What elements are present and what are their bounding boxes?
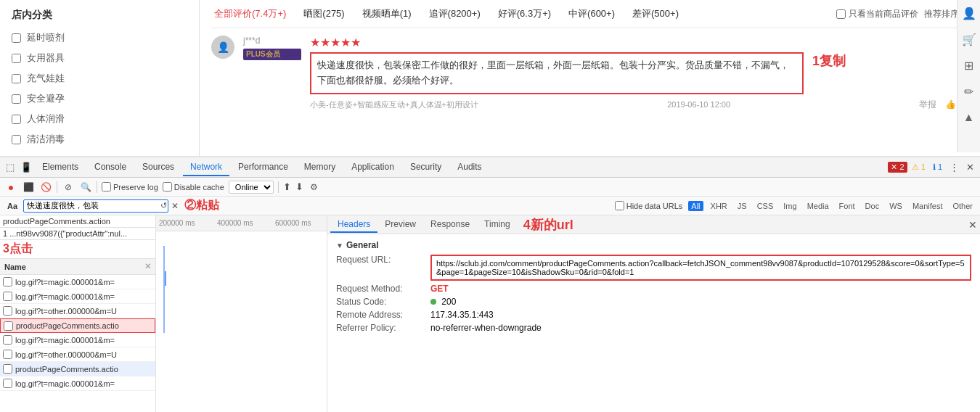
list-item-2[interactable]: log.gif?t=magic.000001&m=: [0, 289, 155, 304]
sidebar-checkbox-6[interactable]: [12, 135, 21, 144]
grid-icon[interactable]: ⊞: [959, 55, 979, 75]
disable-cache-label[interactable]: Disable cache: [163, 182, 224, 191]
tab-video-reviews[interactable]: 视频晒单(1): [359, 6, 415, 22]
preserve-log-label[interactable]: Preserve log: [102, 182, 158, 191]
filter-xhr-btn[interactable]: XHR: [708, 201, 730, 211]
filter-ws-btn[interactable]: WS: [886, 201, 905, 211]
preview-tab[interactable]: Preview: [377, 217, 423, 233]
list-item-5[interactable]: log.gif?t=magic.000001&m=: [0, 333, 155, 347]
export-button[interactable]: ⬇: [295, 181, 303, 192]
devtools-more-icon[interactable]: ⋮: [947, 160, 961, 175]
sidebar-checkbox-4[interactable]: [12, 94, 21, 104]
list-item-checkbox-6[interactable]: [3, 350, 12, 359]
waterfall-bar-1: [163, 246, 165, 333]
devtools-tab-sources[interactable]: Sources: [135, 159, 181, 176]
user-icon[interactable]: 👤: [959, 3, 979, 23]
tab-good-reviews[interactable]: 好评(6.3万+): [495, 6, 554, 22]
request-url-value[interactable]: https://sclub.jd.com/comment/productPage…: [430, 255, 971, 281]
list-item-checkbox-4[interactable]: [4, 321, 13, 331]
close-list-icon[interactable]: ✕: [144, 262, 151, 271]
report-link[interactable]: 举报: [919, 99, 936, 111]
filter-img-btn[interactable]: Img: [780, 201, 799, 211]
search-button[interactable]: 🔍: [79, 181, 92, 194]
sidebar-item-5[interactable]: 人体润滑: [0, 109, 199, 129]
list-pre-item-2[interactable]: 1 ...nt98vv9087({"productAttr":nul...: [0, 228, 155, 240]
sidebar-item-3[interactable]: 充气娃娃: [0, 68, 199, 88]
hide-data-urls-checkbox[interactable]: [615, 201, 624, 210]
list-item-checkbox-8[interactable]: [3, 379, 12, 388]
devtools-close-icon[interactable]: ✕: [963, 160, 977, 175]
devtools-tab-security[interactable]: Security: [403, 159, 449, 176]
throttle-select[interactable]: Online: [229, 181, 274, 194]
filter-font-btn[interactable]: Font: [836, 201, 858, 211]
devtools-tab-console[interactable]: Console: [87, 159, 134, 176]
preserve-log-checkbox[interactable]: [102, 182, 111, 191]
sidebar-checkbox-1[interactable]: [12, 33, 21, 43]
current-product-checkbox[interactable]: [836, 9, 846, 19]
chevron-up-icon[interactable]: ▲: [959, 107, 979, 128]
list-item-3[interactable]: log.gif?t=other.000000&m=U: [0, 304, 155, 318]
list-item-text-6: log.gif?t=other.000000&m=U: [15, 350, 117, 359]
list-item-7[interactable]: productPageComments.actio: [0, 362, 155, 376]
list-item-checkbox-2[interactable]: [3, 292, 12, 301]
sidebar-checkbox-3[interactable]: [12, 74, 21, 83]
filter-js-btn[interactable]: JS: [735, 201, 750, 211]
sidebar-checkbox-2[interactable]: [12, 54, 21, 63]
devtools-tab-network[interactable]: Network: [183, 159, 229, 176]
filter-other-btn[interactable]: Other: [950, 201, 976, 211]
search-input[interactable]: [23, 199, 168, 213]
devtools-tab-audits[interactable]: Audits: [450, 159, 489, 176]
sidebar-item-6[interactable]: 清洁消毒: [0, 129, 199, 149]
import-button[interactable]: ⬆: [283, 181, 291, 192]
current-product-filter[interactable]: 只看当前商品评价: [836, 8, 918, 20]
hide-data-urls-label[interactable]: Hide data URLs: [615, 201, 683, 210]
list-item-1[interactable]: log.gif?t=magic.000001&m=: [0, 275, 155, 289]
detail-close-icon[interactable]: ✕: [968, 219, 977, 231]
list-item-4[interactable]: productPageComments.actio: [0, 318, 155, 333]
tab-photo-reviews[interactable]: 晒图(275): [301, 6, 347, 22]
stop-button[interactable]: ⬛: [22, 181, 35, 194]
settings-button[interactable]: ⚙: [308, 181, 321, 194]
tab-mid-reviews[interactable]: 中评(600+): [565, 6, 618, 22]
devtools-tab-performance[interactable]: Performance: [231, 159, 295, 176]
filter-manifest-btn[interactable]: Manifest: [910, 201, 946, 211]
tab-follow-reviews[interactable]: 追评(8200+): [426, 6, 483, 22]
cart-icon[interactable]: 🛒: [959, 29, 979, 49]
filter-button[interactable]: ⊘: [62, 181, 75, 194]
filter-all-btn[interactable]: All: [688, 201, 703, 211]
sidebar-item-2[interactable]: 女用器具: [0, 48, 199, 68]
tab-bad-reviews[interactable]: 差评(500+): [629, 6, 682, 22]
network-list: productPageComments.action 1 ...nt98vv90…: [0, 215, 156, 412]
list-item-checkbox-5[interactable]: [3, 335, 12, 345]
list-item-6[interactable]: log.gif?t=other.000000&m=U: [0, 347, 155, 362]
devtools-tab-elements[interactable]: Elements: [35, 159, 86, 176]
sidebar-item-1[interactable]: 延时喷剂: [0, 28, 199, 48]
sidebar-checkbox-5[interactable]: [12, 115, 21, 124]
inspect-icon[interactable]: ⬚: [3, 160, 17, 175]
device-icon[interactable]: 📱: [19, 160, 33, 175]
response-tab[interactable]: Response: [423, 217, 477, 233]
devtools-tab-memory[interactable]: Memory: [297, 159, 343, 176]
referrer-policy-value: no-referrer-when-downgrade: [430, 323, 971, 333]
sidebar-item-4[interactable]: 安全避孕: [0, 88, 199, 109]
list-item-checkbox-3[interactable]: [3, 306, 12, 316]
request-method-row: Request Method: GET: [336, 284, 971, 294]
list-pre-item-1[interactable]: productPageComments.action: [0, 215, 155, 228]
request-detail-tabs: Headers Preview Response Timing 4新的url ✕: [327, 215, 980, 234]
list-item-8[interactable]: log.gif?t=magic.000001&m=: [0, 376, 155, 391]
list-item-checkbox-7[interactable]: [3, 364, 12, 374]
search-clear-button[interactable]: ✕: [171, 201, 179, 211]
filter-media-btn[interactable]: Media: [804, 201, 832, 211]
timing-tab[interactable]: Timing: [477, 217, 518, 233]
devtools-tab-application[interactable]: Application: [344, 159, 401, 176]
list-item-checkbox-1[interactable]: [3, 277, 12, 287]
filter-doc-btn[interactable]: Doc: [862, 201, 883, 211]
pencil-icon[interactable]: ✏: [959, 81, 979, 102]
headers-tab[interactable]: Headers: [330, 217, 377, 233]
record-button[interactable]: ●: [4, 181, 17, 194]
tab-all-reviews[interactable]: 全部评价(7.4万+): [211, 6, 289, 22]
filter-css-btn[interactable]: CSS: [754, 201, 777, 211]
refresh-icon[interactable]: ↺: [160, 201, 167, 210]
clear-button[interactable]: 🚫: [39, 181, 52, 194]
disable-cache-checkbox[interactable]: [163, 182, 172, 191]
